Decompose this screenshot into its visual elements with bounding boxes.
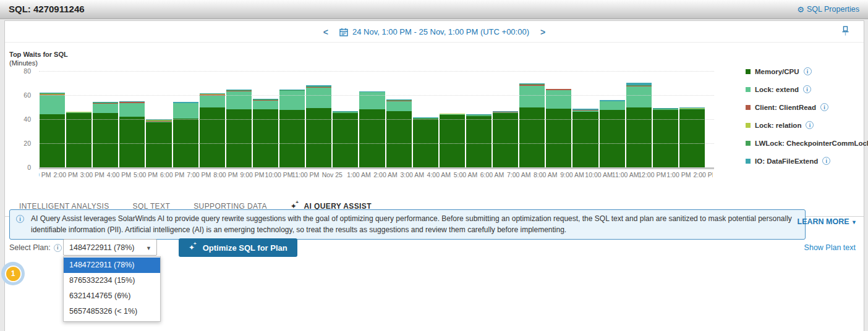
walkthrough-step-badge[interactable]: 1 [1,262,25,285]
x-tick-label: 8:00 PM [213,171,237,178]
walkthrough-step-number: 1 [5,266,22,282]
chart-subtitle: (Minutes) [9,59,38,67]
x-tick-label: 8:00 AM [534,171,558,178]
bar-segment [226,91,252,109]
select-plan-label-row: Select Plan: i [9,243,62,252]
y-tick-label: 20 [6,140,31,147]
info-icon[interactable]: i [804,67,812,75]
bar-segment [66,113,91,167]
stacked-bar-10-00-am[interactable] [600,100,625,167]
legend-item-lock-relation: Lock: relationi [746,121,868,129]
plan-dropdown[interactable]: 1484722911 (78%) ▼ [63,239,157,256]
info-icon[interactable]: i [803,85,811,93]
stacked-bar-9-00-am[interactable] [572,109,598,167]
x-tick-label: 4:00 PM [107,171,131,178]
info-icon[interactable]: i [820,103,828,111]
stacked-bar-10-00-pm[interactable] [279,90,305,167]
stacked-bar-3-00-am[interactable] [413,117,438,167]
plan-option-2[interactable]: 8765332234 (15%) [64,273,160,288]
x-tick-label: 5:00 PM [134,171,158,178]
bar-segment [253,101,278,110]
stacked-bar-12-00-pm[interactable] [653,108,678,167]
stacked-bar-1-00-am[interactable] [359,91,385,167]
show-plan-text-link[interactable]: Show Plan text [804,243,856,252]
page-title: SQL: 4270911246 [9,4,85,14]
stacked-bar-8-00-pm[interactable] [226,90,252,167]
top-waits-chart: Top Waits for SQL (Minutes) 1:00 PM2:00 … [5,43,864,200]
plan-option-4[interactable]: 5657485326 (< 1%) [64,304,160,319]
y-tick-label: 0 [6,164,31,171]
chart-title: Top Waits for SQL [9,51,68,58]
date-range-label: 24 Nov, 1:00 PM - 25 Nov, 1:00 PM (UTC +… [352,27,529,36]
x-tick-label: Nov 25 [322,171,343,178]
stacked-bar-5-00-am[interactable] [466,114,491,167]
x-tick-label: 11:00 AM [612,171,639,178]
bar-segment [572,112,598,167]
bar-segment [253,109,278,167]
bar-segment [306,88,331,108]
legend-label: Lock: extend [755,86,799,93]
info-icon[interactable]: i [54,244,62,252]
pin-icon[interactable] [841,26,850,36]
calendar-icon [339,28,348,36]
x-tick-label: 3:00 PM [80,171,104,178]
bar-segment [279,91,305,110]
stacked-bar-4-00-pm[interactable] [119,101,145,167]
legend-swatch [746,87,751,92]
stacked-bar-7-00-pm[interactable] [200,93,225,168]
plan-dropdown-value: 1484722911 (78%) [69,243,134,252]
bar-segment [386,101,412,112]
stacked-bar-2-00-pm[interactable] [66,112,91,167]
legend-label: LWLock: CheckpointerCommLock [755,140,868,147]
x-tick-label: 6:00 AM [480,171,504,178]
bar-segment [519,107,545,168]
plan-dropdown-menu: 1484722911 (78%)8765332234 (15%)63214147… [63,256,161,322]
sql-properties-label: SQL Properties [807,5,859,14]
stacked-bar-4-00-am[interactable] [440,114,465,167]
ai-sparkle-icon: ✦+ [291,202,300,210]
learn-more-button[interactable]: LEARN MORE ▼ [798,217,857,226]
optimize-sql-button[interactable]: ✦+ Optimize SQL for Plan [179,238,297,257]
x-tick-label: 2:00 AM [373,171,398,178]
prev-range-button[interactable]: < [321,27,331,37]
date-range-picker[interactable]: 24 Nov, 1:00 PM - 25 Nov, 1:00 PM (UTC +… [339,27,529,36]
x-tick-label: 7:00 PM [187,171,211,178]
ai-info-banner-text: AI Query Assist leverages SolarWinds AI … [31,213,796,235]
bar-segment [146,122,171,167]
bar-segment [600,101,625,111]
legend-item-memory-cpu: Memory/CPUi [746,67,868,75]
stacked-bar-9-00-pm[interactable] [253,99,278,167]
y-tick-label: 60 [6,91,31,99]
stacked-bar-3-00-pm[interactable] [93,102,118,167]
stacked-bar-11-00-pm[interactable] [306,85,331,167]
stacked-bar-1-00-pm[interactable] [40,93,65,167]
info-icon[interactable]: i [806,121,814,129]
stacked-bar-6-00-pm[interactable] [173,102,198,167]
legend-label: Client: ClientRead [755,104,816,111]
bar-segment [440,115,465,167]
x-tick-label: 2:00 PM [54,171,78,178]
chart-plot-area [39,71,705,167]
date-bar: < 24 Nov, 1:00 PM - 25 Nov, 1:00 PM (UTC… [5,21,864,43]
sql-properties-button[interactable]: ⚙ SQL Properties [797,5,859,14]
stacked-bar-2-00-am[interactable] [386,99,412,167]
plan-option-1[interactable]: 1484722911 (78%) [64,258,160,273]
info-icon[interactable]: i [822,157,830,165]
bar-segment [119,117,145,167]
bar-segment [546,109,571,167]
legend-swatch [746,69,751,74]
x-tick-label: 7:00 AM [507,171,531,178]
stacked-bar-7-00-am[interactable] [519,83,545,167]
stacked-bar-1-00-pm[interactable] [679,107,705,167]
bar-segment [119,103,145,117]
legend-item-io-datafileextend: IO: DataFileExtendi [746,157,868,165]
legend-item-lwlock-checkpointercommlock: LWLock: CheckpointerCommLocki [746,139,868,147]
x-tick-label: 3:00 AM [400,171,424,178]
stacked-bar-8-00-am[interactable] [546,89,571,167]
legend-label: IO: DataFileExtend [755,157,818,165]
next-range-button[interactable]: > [538,27,548,37]
bar-segment [93,104,118,114]
bar-segment [546,90,571,109]
plan-option-3[interactable]: 6321414765 (6%) [64,288,160,304]
bar-segment [626,107,652,168]
